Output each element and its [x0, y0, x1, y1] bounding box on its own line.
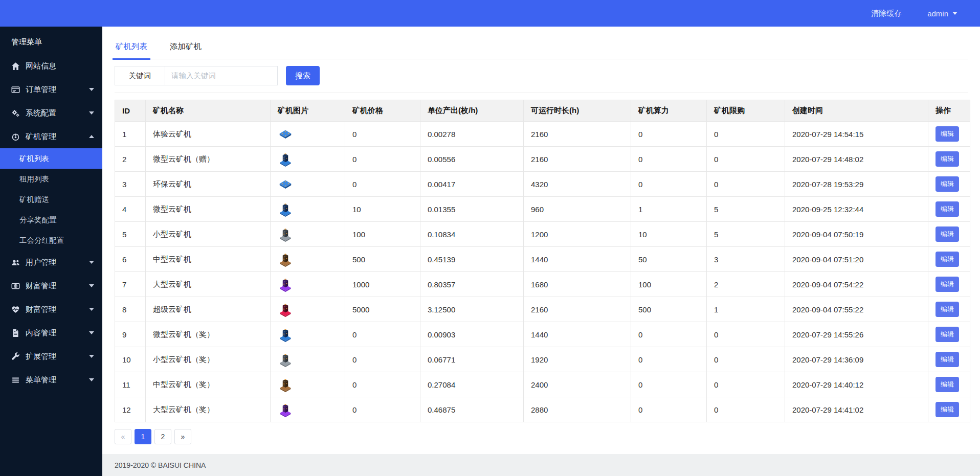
sidebar-item-label: 扩展管理 [26, 352, 89, 361]
edit-button[interactable]: 编辑 [936, 352, 959, 367]
cell-id: 10 [115, 347, 146, 372]
sidebar-subitem-guild-dividend-config[interactable]: 工会分红配置 [0, 230, 102, 251]
miner-blue-flat-icon [278, 134, 293, 143]
sidebar-item-miner-mgmt[interactable]: 矿机管理 [0, 125, 102, 148]
sidebar-submenu: 矿机列表租用列表矿机赠送分享奖配置工会分红配置 [0, 148, 102, 251]
sidebar-item-label: 订单管理 [26, 85, 89, 95]
cell-power: 10 [631, 222, 707, 247]
edit-button[interactable]: 编辑 [936, 201, 959, 217]
sidebar-item-wealth-mgmt-1[interactable]: 财富管理 [0, 274, 102, 298]
edit-button[interactable]: 编辑 [936, 176, 959, 192]
cell-power: 0 [631, 122, 707, 147]
search-input[interactable] [165, 66, 278, 85]
cell-limit: 2 [707, 272, 785, 297]
edit-button[interactable]: 编辑 [936, 277, 959, 292]
page-next-button[interactable]: » [174, 429, 191, 444]
cell-image [271, 272, 345, 297]
sidebar-item-menu-mgmt[interactable]: 菜单管理 [0, 368, 102, 392]
sidebar-subitem-miner-list[interactable]: 矿机列表 [0, 148, 102, 169]
cell-price: 0 [345, 122, 420, 147]
miner-gray-icon [278, 235, 293, 243]
cell-power: 500 [631, 297, 707, 322]
edit-button[interactable]: 编辑 [936, 126, 959, 142]
main-panel: 矿机列表添加矿机 关键词 搜索 ID矿机名称矿机图片矿机价格单位产出(枚/h)可… [102, 27, 980, 476]
page-page-2-button[interactable]: 2 [154, 429, 171, 444]
column-header: 矿机价格 [345, 100, 420, 122]
miner-red-icon [278, 310, 293, 319]
edit-button[interactable]: 编辑 [936, 402, 959, 417]
chevron-down-icon [89, 378, 94, 381]
cell-limit: 5 [707, 197, 785, 222]
cell-image [271, 197, 345, 222]
cell-power: 0 [631, 172, 707, 197]
cell-name: 中型云矿机 [146, 247, 271, 272]
edit-button[interactable]: 编辑 [936, 252, 959, 267]
tab-add-miner[interactable]: 添加矿机 [169, 39, 203, 59]
sidebar-item-wealth-mgmt-2[interactable]: 财富管理 [0, 298, 102, 321]
cell-limit: 0 [707, 372, 785, 397]
miner-purple-icon [278, 410, 293, 419]
search-button[interactable]: 搜索 [286, 66, 320, 85]
sidebar-item-label: 财富管理 [26, 281, 89, 291]
cell-image [271, 347, 345, 372]
pagination: «12» [115, 429, 968, 449]
edit-button[interactable]: 编辑 [936, 377, 959, 392]
cell-price: 100 [345, 222, 420, 247]
sidebar-subitem-share-reward-config[interactable]: 分享奖配置 [0, 210, 102, 230]
cell-output: 0.10834 [420, 222, 524, 247]
cell-image [271, 147, 345, 172]
cell-created: 2020-09-04 07:55:22 [785, 297, 928, 322]
cell-hours: 2160 [524, 147, 631, 172]
edit-button[interactable]: 编辑 [936, 302, 959, 317]
cell-actions: 编辑 [928, 172, 970, 197]
cell-id: 4 [115, 197, 146, 222]
cell-name: 大型云矿机 [146, 272, 271, 297]
user-menu[interactable]: admin [927, 9, 957, 18]
cell-power: 0 [631, 322, 707, 347]
search-bar: 关键词 搜索 [115, 66, 968, 85]
table-row: 2微型云矿机（赠）00.005562160002020-07-29 14:48:… [115, 147, 970, 172]
cell-limit: 0 [707, 347, 785, 372]
cell-actions: 编辑 [928, 197, 970, 222]
cell-image [271, 297, 345, 322]
sidebar-item-extension-mgmt[interactable]: 扩展管理 [0, 345, 102, 368]
miner-table: ID矿机名称矿机图片矿机价格单位产出(枚/h)可运行时长(h)矿机算力矿机限购创… [115, 100, 970, 422]
edit-button[interactable]: 编辑 [936, 151, 959, 167]
cell-id: 3 [115, 172, 146, 197]
copyright-text: 2019-2020 © BAISUI CHINA [115, 461, 206, 469]
sidebar-item-label: 财富管理 [26, 305, 89, 314]
page-prev-button[interactable]: « [115, 429, 131, 444]
tab-miner-list[interactable]: 矿机列表 [115, 39, 148, 59]
cell-actions: 编辑 [928, 147, 970, 172]
cell-limit: 3 [707, 247, 785, 272]
cell-created: 2020-07-29 14:36:09 [785, 347, 928, 372]
cell-created: 2020-09-04 07:54:22 [785, 272, 928, 297]
clear-cache-link[interactable]: 清除缓存 [871, 9, 902, 18]
sidebar-item-order-mgmt[interactable]: 订单管理 [0, 78, 102, 101]
edit-button[interactable]: 编辑 [936, 226, 959, 242]
sidebar-subitem-rental-list[interactable]: 租用列表 [0, 169, 102, 189]
cell-image [271, 247, 345, 272]
cell-output: 0.00556 [420, 147, 524, 172]
column-header: ID [115, 100, 146, 122]
cell-output: 0.01355 [420, 197, 524, 222]
column-header: 可运行时长(h) [524, 100, 631, 122]
page-page-1-button[interactable]: 1 [135, 429, 151, 444]
sidebar-item-site-info[interactable]: 网站信息 [0, 54, 102, 78]
cell-hours: 960 [524, 197, 631, 222]
cell-power: 0 [631, 147, 707, 172]
cell-id: 8 [115, 297, 146, 322]
edit-button[interactable]: 编辑 [936, 327, 959, 342]
footer: 2019-2020 © BAISUI CHINA [102, 454, 980, 476]
sidebar-item-system-config[interactable]: 系统配置 [0, 101, 102, 125]
sidebar-item-user-mgmt[interactable]: 用户管理 [0, 251, 102, 274]
cell-created: 2020-07-29 14:40:12 [785, 372, 928, 397]
cell-created: 2020-07-28 19:53:29 [785, 172, 928, 197]
sidebar: 管理菜单 网站信息订单管理系统配置矿机管理矿机列表租用列表矿机赠送分享奖配置工会… [0, 27, 102, 476]
sidebar-subitem-miner-gift[interactable]: 矿机赠送 [0, 189, 102, 210]
chevron-up-icon [89, 135, 94, 138]
cell-output: 0.00903 [420, 322, 524, 347]
cell-created: 2020-07-29 14:48:02 [785, 147, 928, 172]
sidebar-item-content-mgmt[interactable]: 内容管理 [0, 321, 102, 345]
sidebar-header: 管理菜单 [0, 34, 102, 50]
